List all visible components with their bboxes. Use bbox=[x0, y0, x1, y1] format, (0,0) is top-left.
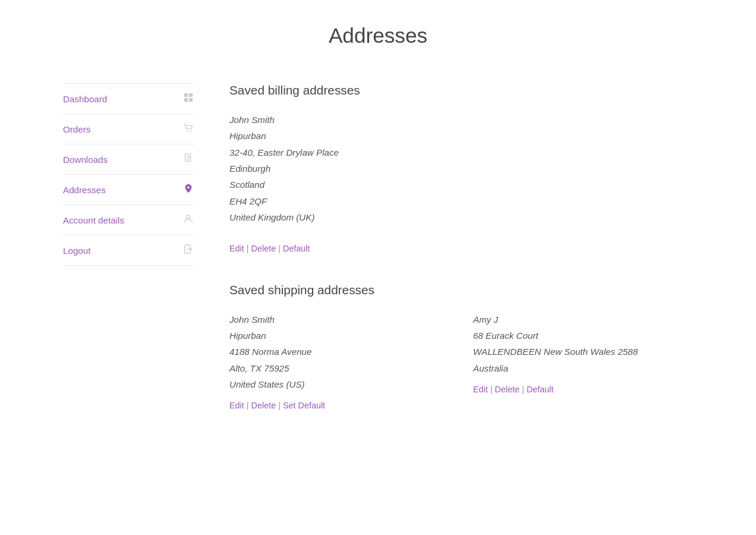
billing-section: Saved billing addresses John Smith Hipur… bbox=[229, 83, 693, 253]
billing-address-city: Edinburgh bbox=[229, 160, 693, 177]
shipping-address2-street: 68 Eurack Court bbox=[473, 328, 693, 344]
sidebar-item-orders[interactable]: Orders bbox=[63, 114, 194, 144]
shipping-address2-city-region: WALLENDBEEN New South Wales 2588 bbox=[473, 344, 693, 360]
shipping-section-title: Saved shipping addresses bbox=[229, 283, 693, 297]
billing-delete-link[interactable]: Delete bbox=[251, 244, 276, 253]
billing-sep-1: | bbox=[247, 244, 249, 253]
shipping-address1-street: 4188 Norma Avenue bbox=[229, 344, 449, 360]
shipping-address1-city-state-zip: Alto, TX 75925 bbox=[229, 360, 449, 376]
shipping-address2-actions: Edit|Delete|Default bbox=[473, 385, 693, 394]
sidebar-item-dashboard[interactable]: Dashboard bbox=[63, 83, 194, 114]
sidebar-item-label-logout: Logout bbox=[63, 246, 90, 256]
sidebar-item-addresses[interactable]: Addresses bbox=[63, 174, 194, 204]
svg-point-10 bbox=[187, 186, 190, 188]
shipping-address1-company: Hipurban bbox=[229, 328, 449, 344]
shipping2-default-link[interactable]: Default bbox=[527, 385, 554, 394]
billing-section-title: Saved billing addresses bbox=[229, 83, 693, 97]
shipping2-sep-2: | bbox=[522, 385, 524, 394]
addresses-icon bbox=[183, 183, 194, 196]
orders-icon bbox=[183, 122, 194, 136]
shipping2-sep-1: | bbox=[490, 385, 493, 394]
shipping1-edit-link[interactable]: Edit bbox=[229, 401, 244, 410]
shipping-address1-country: United States (US) bbox=[229, 376, 449, 392]
shipping1-delete-link[interactable]: Delete bbox=[251, 401, 276, 410]
sidebar-item-label-dashboard: Dashboard bbox=[63, 94, 107, 104]
shipping-address1-name: John Smith bbox=[229, 311, 449, 328]
downloads-icon bbox=[183, 153, 194, 166]
billing-edit-link[interactable]: Edit bbox=[229, 244, 244, 253]
shipping-address-card-2: Amy J 68 Eurack Court WALLENDBEEN New So… bbox=[473, 311, 693, 411]
shipping-grid: John Smith Hipurban 4188 Norma Avenue Al… bbox=[229, 311, 693, 429]
shipping1-sep-2: | bbox=[278, 401, 281, 410]
sidebar-item-logout[interactable]: Logout bbox=[63, 235, 194, 266]
svg-point-4 bbox=[187, 131, 188, 132]
sidebar-item-label-account-details: Account details bbox=[63, 215, 124, 225]
shipping-address2-name: Amy J bbox=[473, 311, 693, 328]
main-content: Saved billing addresses John Smith Hipur… bbox=[229, 83, 693, 428]
sidebar-item-label-addresses: Addresses bbox=[63, 185, 106, 195]
dashboard-icon bbox=[183, 92, 194, 105]
billing-default-link[interactable]: Default bbox=[283, 244, 310, 253]
shipping2-edit-link[interactable]: Edit bbox=[473, 385, 488, 394]
billing-address-country: United Kingdom (UK) bbox=[229, 209, 693, 225]
billing-sep-2: | bbox=[278, 244, 281, 253]
sidebar-item-label-downloads: Downloads bbox=[63, 155, 108, 165]
sidebar-item-label-orders: Orders bbox=[63, 124, 90, 134]
shipping-address2-country: Australia bbox=[473, 360, 693, 376]
page-title: Addresses bbox=[63, 24, 693, 48]
billing-address-street: 32-40, Easter Drylaw Place bbox=[229, 144, 693, 160]
svg-rect-6 bbox=[185, 154, 191, 162]
billing-address-actions: Edit|Delete|Default bbox=[229, 244, 693, 253]
shipping-address1-actions: Edit|Delete|Set Default bbox=[229, 401, 449, 410]
svg-rect-2 bbox=[184, 98, 188, 102]
sidebar: Dashboard Orders bbox=[63, 83, 194, 266]
billing-address-region: Scotland bbox=[229, 177, 693, 193]
shipping1-set-default-link[interactable]: Set Default bbox=[283, 401, 325, 410]
shipping-address-card-1: John Smith Hipurban 4188 Norma Avenue Al… bbox=[229, 311, 449, 411]
billing-address-name: John Smith bbox=[229, 112, 693, 128]
svg-point-11 bbox=[187, 215, 190, 219]
svg-rect-3 bbox=[189, 98, 193, 102]
sidebar-item-account-details[interactable]: Account details bbox=[63, 204, 194, 235]
billing-address-card: John Smith Hipurban 32-40, Easter Drylaw… bbox=[229, 112, 693, 226]
logout-icon bbox=[183, 244, 194, 257]
svg-rect-0 bbox=[184, 93, 188, 97]
billing-address-company: Hipurban bbox=[229, 128, 693, 144]
sidebar-item-downloads[interactable]: Downloads bbox=[63, 144, 194, 174]
shipping-section: Saved shipping addresses John Smith Hipu… bbox=[229, 283, 693, 429]
account-icon bbox=[183, 213, 194, 226]
svg-rect-1 bbox=[189, 93, 193, 97]
svg-point-5 bbox=[190, 131, 191, 132]
billing-address-postcode: EH4 2QF bbox=[229, 193, 693, 209]
shipping1-sep-1: | bbox=[247, 401, 249, 410]
shipping2-delete-link[interactable]: Delete bbox=[495, 385, 520, 394]
